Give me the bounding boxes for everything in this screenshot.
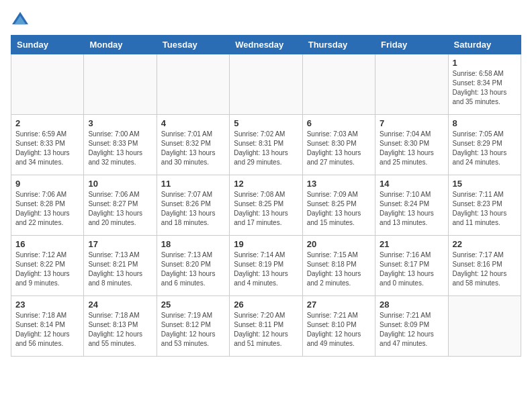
day-info: Sunrise: 7:14 AM Sunset: 8:19 PM Dayligh…	[234, 250, 298, 288]
calendar-cell: 26Sunrise: 7:20 AM Sunset: 8:11 PM Dayli…	[230, 296, 302, 357]
day-of-week-header: Tuesday	[157, 36, 229, 54]
day-info: Sunrise: 7:06 AM Sunset: 8:27 PM Dayligh…	[88, 190, 152, 228]
calendar-week-row: 2Sunrise: 6:59 AM Sunset: 8:33 PM Daylig…	[11, 115, 521, 175]
day-number: 21	[380, 239, 443, 249]
calendar-cell: 25Sunrise: 7:19 AM Sunset: 8:12 PM Dayli…	[157, 296, 229, 357]
calendar-cell: 1Sunrise: 6:58 AM Sunset: 8:34 PM Daylig…	[448, 54, 521, 115]
calendar-cell	[448, 296, 521, 357]
day-info: Sunrise: 7:12 AM Sunset: 8:22 PM Dayligh…	[15, 250, 79, 288]
day-number: 1	[453, 58, 517, 68]
day-of-week-header: Thursday	[302, 36, 375, 54]
day-info: Sunrise: 7:11 AM Sunset: 8:23 PM Dayligh…	[453, 190, 517, 228]
day-number: 7	[380, 118, 443, 128]
calendar-week-row: 9Sunrise: 7:06 AM Sunset: 8:28 PM Daylig…	[11, 175, 521, 236]
day-info: Sunrise: 7:02 AM Sunset: 8:31 PM Dayligh…	[234, 130, 298, 167]
day-number: 5	[234, 118, 298, 128]
day-info: Sunrise: 7:21 AM Sunset: 8:09 PM Dayligh…	[380, 311, 443, 349]
calendar-cell: 15Sunrise: 7:11 AM Sunset: 8:23 PM Dayli…	[448, 175, 521, 236]
day-info: Sunrise: 7:07 AM Sunset: 8:26 PM Dayligh…	[161, 190, 225, 228]
calendar-week-row: 23Sunrise: 7:18 AM Sunset: 8:14 PM Dayli…	[11, 296, 521, 357]
day-number: 11	[161, 179, 225, 189]
day-info: Sunrise: 6:59 AM Sunset: 8:33 PM Dayligh…	[15, 130, 79, 167]
day-info: Sunrise: 6:58 AM Sunset: 8:34 PM Dayligh…	[453, 69, 517, 107]
header	[11, 11, 521, 27]
day-number: 14	[380, 179, 443, 189]
calendar-cell: 8Sunrise: 7:05 AM Sunset: 8:29 PM Daylig…	[448, 115, 521, 175]
day-of-week-header: Sunday	[11, 36, 84, 54]
day-number: 22	[453, 239, 517, 249]
day-info: Sunrise: 7:17 AM Sunset: 8:16 PM Dayligh…	[453, 250, 517, 288]
calendar-cell: 22Sunrise: 7:17 AM Sunset: 8:16 PM Dayli…	[448, 236, 521, 296]
calendar-cell: 6Sunrise: 7:03 AM Sunset: 8:30 PM Daylig…	[302, 115, 375, 175]
day-number: 17	[88, 239, 152, 249]
day-number: 20	[307, 239, 371, 249]
day-number: 16	[15, 239, 79, 249]
day-of-week-header: Saturday	[448, 36, 521, 54]
calendar-cell: 18Sunrise: 7:13 AM Sunset: 8:20 PM Dayli…	[157, 236, 229, 296]
calendar-cell	[302, 54, 375, 115]
day-number: 25	[161, 300, 225, 310]
day-info: Sunrise: 7:09 AM Sunset: 8:25 PM Dayligh…	[307, 190, 371, 228]
day-number: 13	[307, 179, 371, 189]
day-info: Sunrise: 7:06 AM Sunset: 8:28 PM Dayligh…	[15, 190, 79, 228]
calendar-cell: 5Sunrise: 7:02 AM Sunset: 8:31 PM Daylig…	[230, 115, 302, 175]
day-info: Sunrise: 7:00 AM Sunset: 8:33 PM Dayligh…	[88, 130, 152, 167]
calendar-week-row: 16Sunrise: 7:12 AM Sunset: 8:22 PM Dayli…	[11, 236, 521, 296]
calendar-cell: 7Sunrise: 7:04 AM Sunset: 8:30 PM Daylig…	[375, 115, 448, 175]
day-number: 18	[161, 239, 225, 249]
day-info: Sunrise: 7:20 AM Sunset: 8:11 PM Dayligh…	[234, 311, 298, 349]
logo	[11, 11, 32, 27]
day-info: Sunrise: 7:10 AM Sunset: 8:24 PM Dayligh…	[380, 190, 443, 228]
day-number: 6	[307, 118, 371, 128]
day-number: 28	[380, 300, 443, 310]
day-info: Sunrise: 7:19 AM Sunset: 8:12 PM Dayligh…	[161, 311, 225, 349]
day-number: 2	[15, 118, 79, 128]
calendar-cell: 20Sunrise: 7:15 AM Sunset: 8:18 PM Dayli…	[302, 236, 375, 296]
day-info: Sunrise: 7:18 AM Sunset: 8:14 PM Dayligh…	[15, 311, 79, 349]
day-number: 12	[234, 179, 298, 189]
calendar-cell	[375, 54, 448, 115]
day-number: 27	[307, 300, 371, 310]
day-info: Sunrise: 7:04 AM Sunset: 8:30 PM Dayligh…	[380, 130, 443, 167]
day-of-week-header: Monday	[84, 36, 157, 54]
calendar-cell	[157, 54, 229, 115]
day-info: Sunrise: 7:16 AM Sunset: 8:17 PM Dayligh…	[380, 250, 443, 288]
day-info: Sunrise: 7:01 AM Sunset: 8:32 PM Dayligh…	[161, 130, 225, 167]
day-number: 3	[88, 118, 152, 128]
calendar-cell: 3Sunrise: 7:00 AM Sunset: 8:33 PM Daylig…	[84, 115, 157, 175]
calendar-cell: 23Sunrise: 7:18 AM Sunset: 8:14 PM Dayli…	[11, 296, 84, 357]
day-number: 8	[453, 118, 517, 128]
calendar-cell: 11Sunrise: 7:07 AM Sunset: 8:26 PM Dayli…	[157, 175, 229, 236]
calendar-cell: 14Sunrise: 7:10 AM Sunset: 8:24 PM Dayli…	[375, 175, 448, 236]
day-info: Sunrise: 7:08 AM Sunset: 8:25 PM Dayligh…	[234, 190, 298, 228]
calendar-cell: 12Sunrise: 7:08 AM Sunset: 8:25 PM Dayli…	[230, 175, 302, 236]
logo-icon	[11, 11, 30, 27]
calendar-cell: 21Sunrise: 7:16 AM Sunset: 8:17 PM Dayli…	[375, 236, 448, 296]
calendar-week-row: 1Sunrise: 6:58 AM Sunset: 8:34 PM Daylig…	[11, 54, 521, 115]
day-number: 24	[88, 300, 152, 310]
day-info: Sunrise: 7:21 AM Sunset: 8:10 PM Dayligh…	[307, 311, 371, 349]
calendar-cell: 9Sunrise: 7:06 AM Sunset: 8:28 PM Daylig…	[11, 175, 84, 236]
calendar-cell	[11, 54, 84, 115]
calendar-cell: 27Sunrise: 7:21 AM Sunset: 8:10 PM Dayli…	[302, 296, 375, 357]
day-number: 26	[234, 300, 298, 310]
day-info: Sunrise: 7:15 AM Sunset: 8:18 PM Dayligh…	[307, 250, 371, 288]
day-number: 19	[234, 239, 298, 249]
calendar-cell	[230, 54, 302, 115]
day-info: Sunrise: 7:03 AM Sunset: 8:30 PM Dayligh…	[307, 130, 371, 167]
day-info: Sunrise: 7:13 AM Sunset: 8:20 PM Dayligh…	[161, 250, 225, 288]
day-number: 4	[161, 118, 225, 128]
calendar-table: SundayMondayTuesdayWednesdayThursdayFrid…	[11, 35, 521, 357]
calendar-cell: 28Sunrise: 7:21 AM Sunset: 8:09 PM Dayli…	[375, 296, 448, 357]
calendar-cell: 4Sunrise: 7:01 AM Sunset: 8:32 PM Daylig…	[157, 115, 229, 175]
day-of-week-header: Friday	[375, 36, 448, 54]
day-number: 23	[15, 300, 79, 310]
calendar-cell: 17Sunrise: 7:13 AM Sunset: 8:21 PM Dayli…	[84, 236, 157, 296]
day-number: 10	[88, 179, 152, 189]
day-number: 9	[15, 179, 79, 189]
calendar-cell	[84, 54, 157, 115]
day-info: Sunrise: 7:18 AM Sunset: 8:13 PM Dayligh…	[88, 311, 152, 349]
day-info: Sunrise: 7:13 AM Sunset: 8:21 PM Dayligh…	[88, 250, 152, 288]
calendar-cell: 24Sunrise: 7:18 AM Sunset: 8:13 PM Dayli…	[84, 296, 157, 357]
calendar-cell: 2Sunrise: 6:59 AM Sunset: 8:33 PM Daylig…	[11, 115, 84, 175]
